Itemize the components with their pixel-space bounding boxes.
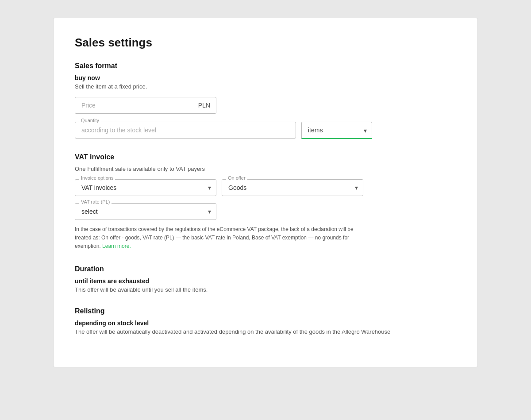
relisting-description: The offer will be automatically deactiva… <box>75 328 456 335</box>
invoice-options-wrapper: Invoice options VAT invoices ▾ <box>75 179 216 196</box>
price-field-wrapper: PLN <box>75 97 216 114</box>
duration-title: Duration <box>75 265 456 273</box>
relisting-title: Relisting <box>75 307 456 315</box>
price-input[interactable] <box>75 97 216 114</box>
currency-label: PLN <box>198 102 210 109</box>
page-title: Sales settings <box>75 36 456 50</box>
on-offer-wrapper: On offer Goods ▾ <box>222 179 363 196</box>
learn-more-link[interactable]: Learn more. <box>102 243 131 249</box>
vat-info-text: In the case of transactions covered by t… <box>75 225 367 251</box>
format-description: Sell the item at a fixed price. <box>75 83 456 90</box>
vat-rate-select[interactable]: select <box>75 203 216 220</box>
format-name: buy now <box>75 74 456 81</box>
duration-value: until items are exhausted <box>75 277 456 285</box>
sales-settings-card: Sales settings Sales format buy now Sell… <box>53 18 478 367</box>
on-offer-select[interactable]: Goods <box>222 179 363 196</box>
invoice-on-offer-group: Invoice options VAT invoices ▾ On offer … <box>75 179 456 196</box>
duration-description: This offer will be available until you s… <box>75 286 456 293</box>
sales-format-section: Sales format buy now Sell the item at a … <box>75 62 456 139</box>
invoice-options-select[interactable]: VAT invoices <box>75 179 216 196</box>
items-select-wrapper: items ▾ <box>301 122 372 139</box>
items-select[interactable]: items <box>301 122 372 139</box>
quantity-field-wrapper: Quantity <box>75 122 296 139</box>
sales-format-title: Sales format <box>75 62 456 70</box>
duration-section: Duration until items are exhausted This … <box>75 265 456 293</box>
quantity-items-group: Quantity items ▾ <box>75 122 456 139</box>
relisting-section: Relisting depending on stock level The o… <box>75 307 456 335</box>
relisting-value: depending on stock level <box>75 320 456 327</box>
quantity-input[interactable] <box>75 122 296 139</box>
vat-invoice-description: One Fulfillment sale is available only t… <box>75 166 456 172</box>
vat-rate-wrapper: VAT rate (PL) select ▾ <box>75 203 216 220</box>
vat-invoice-title: VAT invoice <box>75 153 456 161</box>
vat-invoice-section: VAT invoice One Fulfillment sale is avai… <box>75 153 456 251</box>
